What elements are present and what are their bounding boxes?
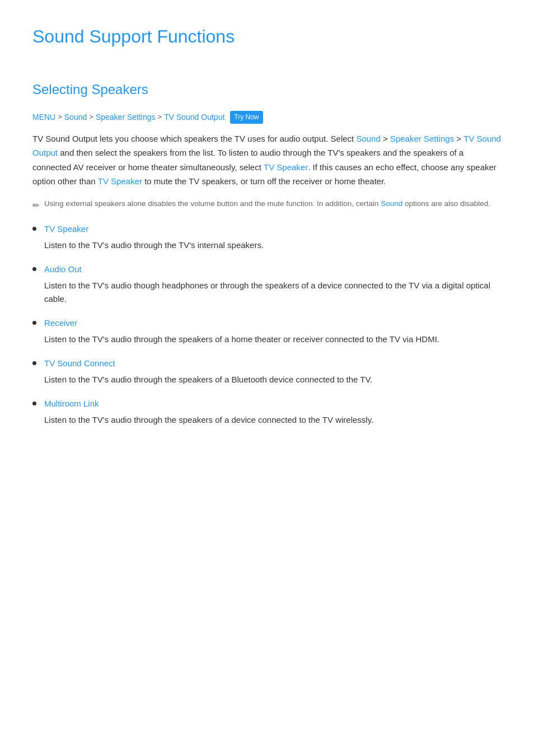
breadcrumb-menu[interactable]: MENU bbox=[32, 111, 55, 123]
section-title: Selecting Speakers bbox=[32, 79, 502, 100]
bullet-heading-multiroom-link[interactable]: Multiroom Link bbox=[44, 397, 502, 410]
bullet-heading-receiver[interactable]: Receiver bbox=[44, 316, 502, 330]
breadcrumb-sep-1: > bbox=[58, 111, 62, 123]
try-now-badge[interactable]: Try Now bbox=[230, 111, 263, 124]
bullet-dot bbox=[32, 402, 36, 405]
breadcrumb-speaker-settings[interactable]: Speaker Settings bbox=[96, 111, 156, 123]
bullet-heading-audio-out[interactable]: Audio Out bbox=[44, 263, 502, 276]
list-item: Receiver Listen to the TV's audio throug… bbox=[32, 316, 502, 347]
link-tv-speaker-2[interactable]: TV Speaker bbox=[98, 176, 142, 186]
bullet-content: TV Sound Connect Listen to the TV's audi… bbox=[44, 357, 502, 387]
bullet-dot bbox=[32, 321, 36, 325]
note-box: ✏ Using external speakers alone disables… bbox=[32, 198, 502, 212]
bullet-content: Audio Out Listen to the TV's audio thoug… bbox=[44, 263, 502, 307]
bullet-dot bbox=[32, 267, 36, 271]
list-item: Audio Out Listen to the TV's audio thoug… bbox=[32, 263, 502, 307]
list-item: TV Speaker Listen to the TV's audio thro… bbox=[32, 222, 502, 253]
breadcrumb-tv-sound-output[interactable]: TV Sound Output bbox=[164, 111, 224, 123]
bullet-desc-audio-out: Listen to the TV's audio though headphon… bbox=[44, 281, 490, 304]
breadcrumb-sep-2: > bbox=[89, 111, 93, 123]
bullet-desc-receiver: Listen to the TV's audio through the spe… bbox=[44, 334, 439, 344]
link-sound[interactable]: Sound bbox=[356, 134, 380, 143]
note-text: Using external speakers alone disables t… bbox=[44, 198, 490, 210]
page-title: Sound Support Functions bbox=[32, 22, 502, 57]
bullet-heading-tv-sound-connect[interactable]: TV Sound Connect bbox=[44, 357, 502, 370]
list-item: Multiroom Link Listen to the TV's audio … bbox=[32, 397, 502, 427]
bullet-desc-tv-speaker: Listen to the TV's audio through the TV'… bbox=[44, 240, 264, 250]
breadcrumb: MENU > Sound > Speaker Settings > TV Sou… bbox=[32, 111, 502, 124]
bullet-desc-tv-sound-connect: Listen to the TV's audio through the spe… bbox=[44, 375, 372, 384]
bullet-desc-multiroom-link: Listen to the TV's audio through the spe… bbox=[44, 415, 373, 424]
bullet-content: Receiver Listen to the TV's audio throug… bbox=[44, 316, 502, 347]
list-item: TV Sound Connect Listen to the TV's audi… bbox=[32, 357, 502, 387]
link-tv-speaker-1[interactable]: TV Speaker bbox=[264, 162, 308, 172]
breadcrumb-sound[interactable]: Sound bbox=[64, 111, 87, 123]
bullet-dot bbox=[32, 361, 36, 365]
note-icon: ✏ bbox=[32, 199, 40, 212]
link-sound-note[interactable]: Sound bbox=[381, 199, 402, 208]
body-paragraph: TV Sound Output lets you choose which sp… bbox=[32, 132, 502, 189]
bullet-content: Multiroom Link Listen to the TV's audio … bbox=[44, 397, 502, 427]
breadcrumb-sep-3: > bbox=[158, 111, 162, 123]
link-speaker-settings[interactable]: Speaker Settings bbox=[390, 134, 454, 143]
bullet-content: TV Speaker Listen to the TV's audio thro… bbox=[44, 222, 502, 253]
bullet-dot bbox=[32, 227, 36, 231]
bullet-heading-tv-speaker[interactable]: TV Speaker bbox=[44, 222, 502, 236]
bullet-list: TV Speaker Listen to the TV's audio thro… bbox=[32, 222, 502, 427]
